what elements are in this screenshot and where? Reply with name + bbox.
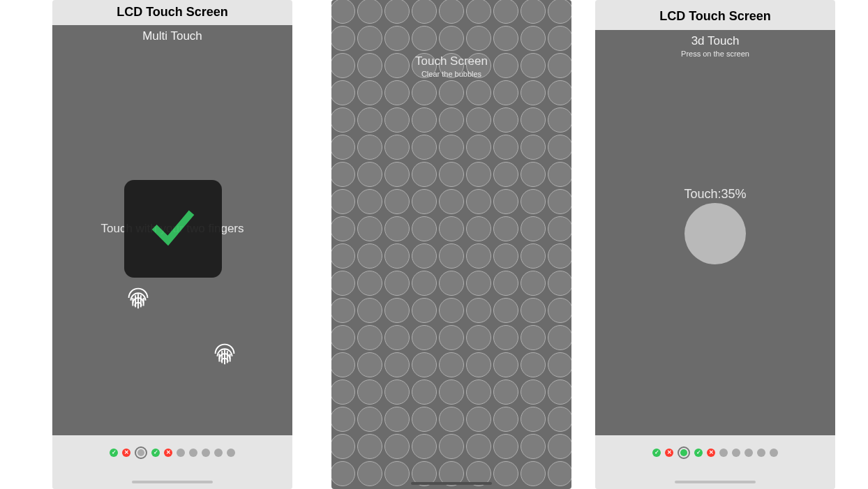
bubble[interactable] — [384, 162, 410, 187]
bubble[interactable] — [331, 26, 355, 51]
press-touch-area[interactable]: 3d Touch Press on the screen Touch:35% — [595, 30, 835, 435]
bubble[interactable] — [521, 135, 546, 160]
bubble[interactable] — [493, 379, 518, 405]
bubble[interactable] — [521, 271, 546, 296]
bubble[interactable] — [384, 352, 410, 377]
bubble[interactable] — [439, 243, 464, 269]
bubble[interactable] — [493, 461, 518, 486]
bubble[interactable] — [439, 135, 464, 160]
bubble[interactable] — [521, 216, 546, 241]
bubble[interactable] — [331, 216, 355, 241]
bubble[interactable] — [357, 26, 382, 51]
bubble[interactable] — [548, 162, 571, 187]
bubble[interactable] — [357, 0, 382, 24]
bubble[interactable] — [331, 407, 355, 432]
bubble[interactable] — [466, 26, 491, 51]
bubble[interactable] — [439, 162, 464, 187]
bubble[interactable] — [493, 107, 518, 133]
bubble[interactable] — [357, 271, 382, 296]
bubble[interactable] — [466, 216, 491, 241]
bubble[interactable] — [439, 298, 464, 323]
bubble[interactable] — [521, 325, 546, 350]
bubble[interactable] — [548, 461, 571, 486]
bubble[interactable] — [412, 352, 437, 377]
bubble[interactable] — [384, 461, 410, 486]
bubble[interactable] — [357, 80, 382, 105]
bubble[interactable] — [521, 26, 546, 51]
bubble[interactable] — [466, 107, 491, 133]
bubble[interactable] — [331, 434, 355, 459]
bubble[interactable] — [412, 298, 437, 323]
bubble[interactable] — [357, 298, 382, 323]
bubble[interactable] — [357, 434, 382, 459]
bubble[interactable] — [439, 434, 464, 459]
bubble[interactable] — [412, 135, 437, 160]
bubble[interactable] — [493, 135, 518, 160]
bubble[interactable] — [466, 352, 491, 377]
bubble[interactable] — [357, 135, 382, 160]
bubble[interactable] — [412, 271, 437, 296]
bubble[interactable] — [439, 407, 464, 432]
bubble[interactable] — [521, 379, 546, 405]
bubble[interactable] — [493, 434, 518, 459]
bubble[interactable] — [331, 379, 355, 405]
bubble[interactable] — [439, 352, 464, 377]
multi-touch-area[interactable]: Multi Touch Touch with your two fingers — [52, 25, 292, 435]
bubble[interactable] — [331, 189, 355, 214]
bubble[interactable] — [357, 243, 382, 269]
bubble[interactable] — [357, 379, 382, 405]
home-indicator[interactable] — [132, 481, 213, 483]
bubble[interactable] — [357, 352, 382, 377]
bubble[interactable] — [384, 243, 410, 269]
bubble[interactable] — [548, 26, 571, 51]
bubble[interactable] — [384, 0, 410, 24]
bubble[interactable] — [384, 271, 410, 296]
bubble[interactable] — [466, 434, 491, 459]
bubble[interactable] — [466, 135, 491, 160]
bubble[interactable] — [548, 434, 571, 459]
bubble[interactable] — [548, 0, 571, 24]
bubble[interactable] — [331, 80, 355, 105]
bubble[interactable] — [493, 189, 518, 214]
bubble[interactable] — [466, 325, 491, 350]
bubble[interactable] — [466, 379, 491, 405]
bubble[interactable] — [331, 461, 355, 486]
bubble[interactable] — [548, 352, 571, 377]
bubble[interactable] — [412, 189, 437, 214]
bubble[interactable] — [521, 243, 546, 269]
bubble[interactable] — [521, 352, 546, 377]
bubble[interactable] — [493, 352, 518, 377]
bubble[interactable] — [439, 216, 464, 241]
bubble[interactable] — [521, 407, 546, 432]
bubble[interactable] — [548, 216, 571, 241]
bubble[interactable] — [384, 298, 410, 323]
bubble[interactable] — [439, 26, 464, 51]
bubble[interactable] — [412, 216, 437, 241]
bubble[interactable] — [439, 0, 464, 24]
bubble[interactable] — [439, 379, 464, 405]
bubble[interactable] — [384, 325, 410, 350]
bubble[interactable] — [439, 189, 464, 214]
bubble[interactable] — [384, 135, 410, 160]
bubble[interactable] — [412, 243, 437, 269]
bubble[interactable] — [384, 26, 410, 51]
bubble[interactable] — [466, 271, 491, 296]
bubble[interactable] — [357, 189, 382, 214]
bubble[interactable] — [384, 189, 410, 214]
bubble[interactable] — [521, 162, 546, 187]
bubble[interactable] — [331, 325, 355, 350]
bubble[interactable] — [384, 407, 410, 432]
bubble[interactable] — [493, 216, 518, 241]
bubble[interactable] — [521, 461, 546, 486]
bubble[interactable] — [331, 352, 355, 377]
bubble[interactable] — [493, 80, 518, 105]
bubble[interactable] — [357, 162, 382, 187]
bubble[interactable] — [548, 135, 571, 160]
bubble[interactable] — [384, 80, 410, 105]
bubble[interactable] — [493, 0, 518, 24]
bubble[interactable] — [548, 271, 571, 296]
bubble[interactable] — [384, 434, 410, 459]
bubble[interactable] — [466, 162, 491, 187]
bubble[interactable] — [548, 189, 571, 214]
bubble[interactable] — [493, 26, 518, 51]
